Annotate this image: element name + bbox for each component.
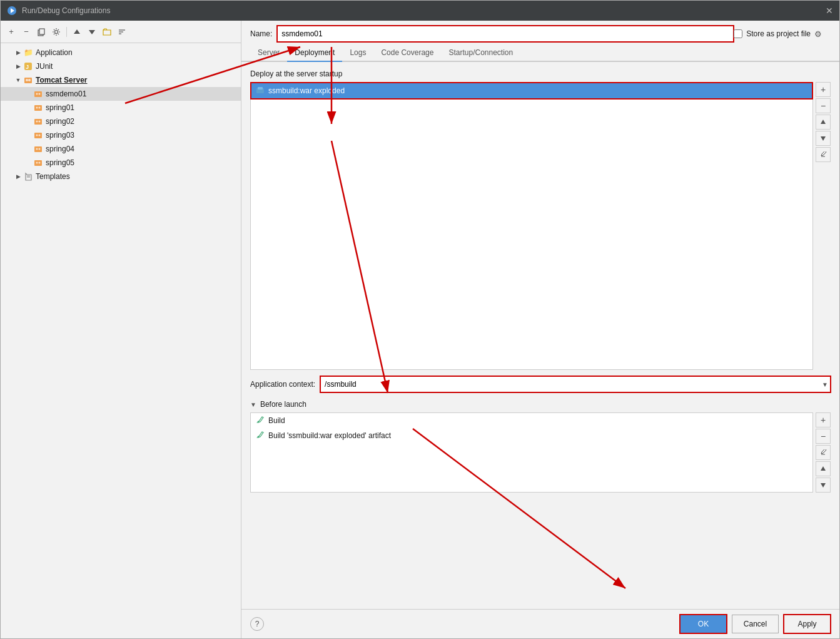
svg-point-26 [39,135,41,136]
build-icon [256,416,265,426]
deploy-up-button[interactable] [816,115,831,130]
before-launch-title: Before launch [260,400,306,409]
spring04-label: spring04 [46,145,74,153]
store-checkbox[interactable] [734,29,742,38]
svg-marker-6 [89,30,95,34]
toolbar-separator [66,27,67,37]
name-and-store: Name: [250,26,734,42]
svg-point-17 [39,93,41,95]
spring05-icon [33,158,43,168]
expand-tomcat-icon: ▼ [13,75,23,85]
tab-code-coverage[interactable]: Code Coverage [373,44,441,62]
tree-item-tomcat[interactable]: ▼ Tomcat Server [1,73,241,87]
tomcat-icon [23,75,33,85]
tree-item-ssmdemo01[interactable]: ▶ ssmdemo01 [1,87,241,101]
app-icon [7,6,17,16]
copy-config-button[interactable] [34,25,48,39]
deploy-remove-button[interactable]: − [816,98,831,113]
junit-icon: J [23,61,33,71]
action-buttons: OK Cancel Apply [680,615,831,633]
tab-server[interactable]: Server [250,44,287,62]
tree-item-junit[interactable]: ▶ J JUnit [1,59,241,73]
tab-logs[interactable]: Logs [342,44,373,62]
svg-point-40 [258,421,260,422]
launch-remove-button[interactable]: − [816,429,831,444]
deploy-down-button[interactable] [816,131,831,146]
svg-rect-36 [258,87,263,89]
svg-point-29 [39,148,41,150]
spring05-label: spring05 [46,158,74,167]
remove-config-button[interactable]: − [19,25,33,39]
add-config-button[interactable]: + [4,25,18,39]
tree-item-spring05[interactable]: ▶ spring05 [1,156,241,170]
svg-point-23 [39,121,41,123]
before-launch-header: ▼ Before launch [250,400,831,409]
tab-startup[interactable]: Startup/Connection [441,44,520,62]
svg-rect-21 [34,119,42,125]
store-gear-icon[interactable]: ⚙ [814,29,822,39]
svg-text:J: J [26,64,29,70]
tab-deployment[interactable]: Deployment [287,44,342,62]
launch-edit-button[interactable] [816,445,831,460]
expand-templates-icon: ▶ [13,171,23,181]
move-to-folder-button[interactable] [100,25,114,39]
apply-button[interactable]: Apply [784,615,831,633]
move-down-button[interactable] [85,25,99,39]
svg-point-19 [36,107,38,109]
svg-marker-44 [821,483,826,488]
junit-label: JUnit [36,62,53,71]
launch-down-button[interactable] [816,478,831,493]
cancel-button[interactable]: Cancel [732,615,779,633]
svg-rect-24 [34,133,42,138]
svg-point-22 [36,121,38,123]
window-title: Run/Debug Configurations [22,6,110,15]
spring04-icon [33,144,43,154]
context-input[interactable] [320,376,831,392]
launch-side-buttons: + − [813,412,831,493]
tree-item-templates[interactable]: ▶ Templates [1,170,241,183]
expand-application-icon: ▶ [13,48,23,58]
deploy-add-button[interactable]: + [816,82,831,97]
right-panel: Name: Store as project file ⚙ Server Dep… [241,21,839,638]
svg-point-32 [39,162,41,164]
tree-item-spring02[interactable]: ▶ spring02 [1,115,241,128]
launch-up-button[interactable] [816,461,831,476]
svg-point-16 [36,93,38,95]
spring01-label: spring01 [46,103,74,112]
svg-rect-18 [34,105,42,111]
settings-config-button[interactable] [49,25,63,39]
deploy-edit-button[interactable] [816,147,831,162]
deploy-list-item[interactable]: ssmbuild:war exploded [251,83,812,99]
deployment-content: Deploy at the server startup ssmbuild:wa… [241,62,839,609]
svg-rect-12 [24,78,32,83]
launch-list-area: Build Build 'ssmbuild:war exploded' arti… [250,412,813,493]
move-up-button[interactable] [70,25,84,39]
spring03-label: spring03 [46,131,74,140]
ok-button[interactable]: OK [680,615,727,633]
deploy-section: Deploy at the server startup ssmbuild:wa… [250,69,831,370]
build-label: Build [268,416,285,425]
application-folder-icon: 📁 [23,48,33,58]
close-button[interactable]: ✕ [826,6,833,16]
launch-add-button[interactable]: + [816,412,831,427]
svg-marker-5 [74,29,80,34]
before-launch-section: ▼ Before launch Build [250,400,831,493]
artifact-icon [256,86,265,96]
sort-button[interactable] [115,25,129,39]
help-button[interactable]: ? [250,617,264,631]
tree-item-spring04[interactable]: ▶ spring04 [1,142,241,156]
tree-item-spring01[interactable]: ▶ spring01 [1,101,241,115]
spring03-icon [33,130,43,140]
launch-item-build[interactable]: Build [251,413,812,428]
svg-point-13 [26,79,28,81]
config-toolbar: + − [1,21,241,43]
before-launch-toggle-icon[interactable]: ▼ [250,401,256,408]
svg-point-28 [36,148,38,150]
launch-item-build-artifact[interactable]: Build 'ssmbuild:war exploded' artifact [251,428,812,443]
title-bar: Run/Debug Configurations ✕ [1,1,839,21]
tree-item-application[interactable]: ▶ 📁 Application [1,46,241,59]
bottom-row: ? OK Cancel Apply [241,609,839,638]
name-input[interactable] [277,26,734,42]
svg-rect-3 [39,29,44,34]
tree-item-spring03[interactable]: ▶ spring03 [1,128,241,142]
